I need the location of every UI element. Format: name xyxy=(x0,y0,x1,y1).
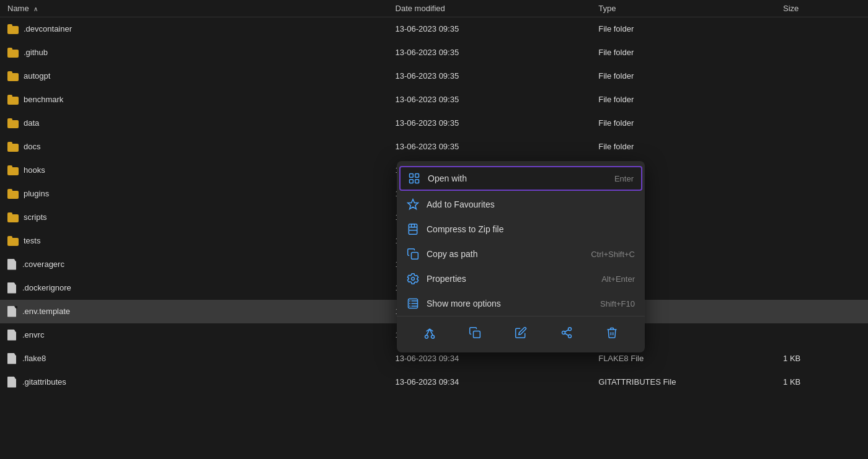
copy-path-label: Copy as path xyxy=(427,249,583,259)
file-name-label: .envrc xyxy=(22,330,44,339)
column-type-label: Type xyxy=(598,4,616,13)
context-menu-item-open-with[interactable]: Open with Enter xyxy=(399,166,642,191)
file-type-cell: File folder xyxy=(591,17,776,41)
file-type-cell: File folder xyxy=(591,111,776,135)
share-button[interactable] xyxy=(557,323,577,343)
file-name-label: .devcontainer xyxy=(24,24,72,33)
svg-point-20 xyxy=(568,328,571,331)
file-name-label: data xyxy=(24,118,39,128)
copy-path-shortcut: Ctrl+Shift+C xyxy=(591,250,635,259)
table-row[interactable]: autogpt13-06-2023 09:35File folder xyxy=(0,64,868,88)
open-with-label: Open with xyxy=(428,173,607,183)
table-row[interactable]: .gitattributes13-06-2023 09:34GITATTRIBU… xyxy=(0,370,868,394)
file-name-cell: .gitattributes xyxy=(0,370,388,394)
file-size-cell xyxy=(776,300,868,323)
context-menu-actions-bar xyxy=(397,316,645,349)
table-row[interactable]: benchmark13-06-2023 09:35File folder xyxy=(0,88,868,111)
open-with-shortcut: Enter xyxy=(614,174,634,183)
file-name-cell: .devcontainer xyxy=(0,17,388,41)
file-size-cell xyxy=(776,135,868,159)
file-type-cell: File folder xyxy=(591,64,776,88)
file-size-cell xyxy=(776,276,868,300)
file-name-cell: plugins xyxy=(0,182,388,206)
zip-icon xyxy=(407,223,419,235)
file-name-label: hooks xyxy=(24,165,45,175)
column-header-type[interactable]: Type xyxy=(591,0,776,17)
folder-icon xyxy=(7,24,19,34)
table-row[interactable]: docs13-06-2023 09:35File folder xyxy=(0,135,868,159)
column-header-size[interactable]: Size xyxy=(776,0,868,17)
file-name-cell: .dockerignore xyxy=(0,276,388,300)
column-name-label: Name xyxy=(7,4,29,13)
file-name-cell: benchmark xyxy=(0,88,388,111)
svg-line-23 xyxy=(565,333,569,335)
file-name-label: docs xyxy=(24,142,40,151)
file-type-cell: File folder xyxy=(591,135,776,159)
svg-rect-0 xyxy=(410,174,414,178)
delete-button[interactable] xyxy=(602,323,622,343)
file-date-cell: 13-06-2023 09:35 xyxy=(388,64,591,88)
context-menu: Open with Enter Add to Favourites Compre… xyxy=(397,161,645,352)
context-menu-item-add-favourites[interactable]: Add to Favourites xyxy=(397,192,645,217)
file-name-label: .dockerignore xyxy=(22,283,71,292)
copy-button[interactable] xyxy=(465,323,485,343)
table-row[interactable]: .github13-06-2023 09:35File folder xyxy=(0,41,868,64)
file-size-cell xyxy=(776,229,868,253)
svg-rect-3 xyxy=(415,180,419,183)
sort-arrow: ∧ xyxy=(33,6,38,12)
show-more-shortcut: Shift+F10 xyxy=(600,299,635,308)
folder-icon xyxy=(7,142,19,152)
rename-button[interactable] xyxy=(511,323,531,343)
file-name-cell: .env.template xyxy=(0,300,388,323)
folder-icon xyxy=(7,165,19,175)
file-name-cell: data xyxy=(0,111,388,135)
file-date-cell: 13-06-2023 09:35 xyxy=(388,88,591,111)
column-date-label: Date modified xyxy=(396,4,445,13)
file-icon xyxy=(7,353,17,364)
cut-button[interactable] xyxy=(420,323,440,343)
file-size-cell xyxy=(776,17,868,41)
file-date-cell: 13-06-2023 09:34 xyxy=(388,370,591,394)
file-size-cell: 1 KB xyxy=(776,347,868,370)
file-name-cell: docs xyxy=(0,135,388,159)
svg-point-22 xyxy=(568,334,571,338)
table-row[interactable]: .devcontainer13-06-2023 09:35File folder xyxy=(0,17,868,41)
folder-icon xyxy=(7,236,19,246)
folder-icon xyxy=(7,212,19,222)
star-icon xyxy=(407,198,419,211)
svg-rect-8 xyxy=(412,224,415,227)
file-name-label: benchmark xyxy=(24,95,63,104)
file-icon xyxy=(7,306,17,317)
properties-icon xyxy=(407,273,419,285)
folder-icon xyxy=(7,71,19,81)
file-icon xyxy=(7,259,17,270)
file-icon xyxy=(7,330,17,341)
context-menu-item-show-more[interactable]: Show more options Shift+F10 xyxy=(397,291,645,316)
folder-icon xyxy=(7,118,19,128)
file-icon xyxy=(7,377,17,388)
context-menu-item-properties[interactable]: Properties Alt+Enter xyxy=(397,266,645,291)
file-name-cell: .coveragerc xyxy=(0,253,388,276)
svg-rect-2 xyxy=(410,180,414,183)
svg-point-10 xyxy=(412,278,415,281)
table-row[interactable]: data13-06-2023 09:35File folder xyxy=(0,111,868,135)
context-menu-item-compress-zip[interactable]: Compress to Zip file xyxy=(397,217,645,242)
file-name-label: .coveragerc xyxy=(22,260,64,269)
file-name-label: autogpt xyxy=(24,71,50,81)
file-name-cell: .github xyxy=(0,41,388,64)
file-type-cell: File folder xyxy=(591,88,776,111)
file-name-label: .flake8 xyxy=(22,354,46,363)
properties-shortcut: Alt+Enter xyxy=(601,274,635,284)
column-header-date[interactable]: Date modified xyxy=(388,0,591,17)
svg-rect-1 xyxy=(415,174,419,178)
file-size-cell: 1 KB xyxy=(776,370,868,394)
file-size-cell xyxy=(776,41,868,64)
svg-point-21 xyxy=(562,331,565,334)
context-menu-item-copy-path[interactable]: Copy as path Ctrl+Shift+C xyxy=(397,242,645,266)
svg-rect-19 xyxy=(474,331,480,338)
more-options-icon xyxy=(407,297,419,310)
file-name-label: scripts xyxy=(24,212,47,222)
file-size-cell xyxy=(776,323,868,347)
column-header-name[interactable]: Name ∧ xyxy=(0,0,388,17)
properties-label: Properties xyxy=(427,274,594,284)
